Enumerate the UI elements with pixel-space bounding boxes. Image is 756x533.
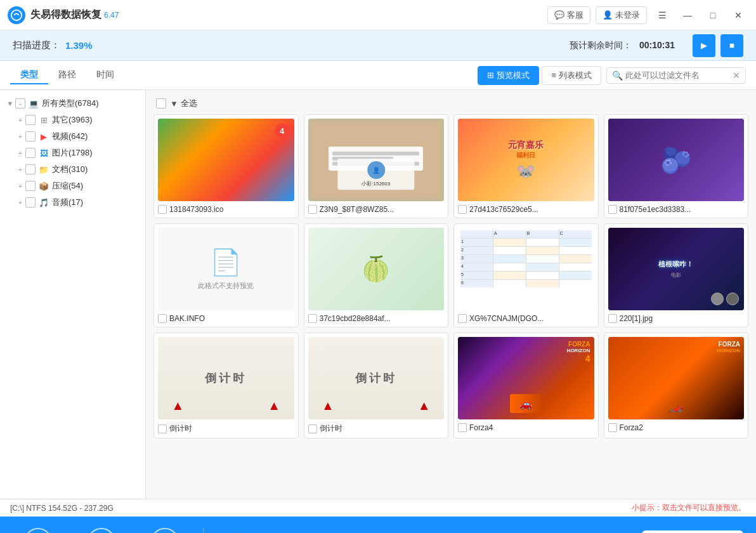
tree-item-image[interactable]: + 🖼 图片(1798) [0,145,145,161]
app-logo [8,6,25,24]
scan-bar: 扫描进度： 1.39% 预计剩余时间： 00:10:31 ▶ ■ [0,30,756,61]
file-name-row: 倒计时 [158,423,294,434]
status-hint: 小提示：双击文件可以直接预览。 [632,503,746,513]
tree-label-all: 所有类型(6784) [42,98,140,109]
tree-item-video[interactable]: + ▶ 视频(642) [0,128,145,145]
other-icon: ⊞ [38,115,49,125]
file-checkbox[interactable] [308,314,317,323]
chat-icon: 💬 [554,10,564,20]
app-title: 失易得数据恢复 [30,8,101,22]
select-all-label: 全选 [181,98,197,109]
file-checkbox[interactable] [458,314,467,323]
file-item[interactable]: 👤 小彩·152603 Z3N9_$8T@8WZ85... [304,114,449,218]
tree-item-doc[interactable]: + 📁 文档(310) [0,161,145,178]
status-bar: [C:\] NTFS 154.52G - 237.29G 小提示：双击文件可以直… [0,499,756,517]
stop-button[interactable]: ■ [720,34,743,57]
file-thumb: 🫐 [608,119,745,201]
tree-item-other[interactable]: + ⊞ 其它(3963) [0,112,145,128]
file-name-row: 倒计时 [308,423,445,434]
file-item[interactable]: FORZA HORIZON 🏎️ Forza2 [604,332,749,438]
filter-clear-icon[interactable]: ✕ [733,70,740,81]
play-button[interactable]: ▶ [693,34,715,57]
file-thumb: FORZA HORIZON 4 🚗 [458,337,594,419]
save-icon: 📤 [151,528,179,534]
tree-checkbox-other[interactable] [25,115,36,125]
mobile-recovery-button[interactable]: 📱 手机数据恢复 [13,528,63,534]
customer-service-button[interactable]: 💬 客服 [547,6,590,24]
list-mode-button[interactable]: ≡ 列表模式 [542,66,601,85]
file-item[interactable]: 植根嗦咋！ 电影 220[1].jpg [604,223,749,327]
badge: 4 [275,124,289,138]
file-checkbox[interactable] [458,205,467,214]
file-item[interactable]: 4 1318473093.ico [153,114,299,218]
file-item[interactable]: FORZA HORIZON 4 🚗 Forza4 [453,332,599,438]
archive-icon: 📦 [38,181,49,191]
file-name-row: Z3N9_$8T@8WZ85... [308,205,445,214]
minimize-button[interactable]: — [677,8,698,23]
mobile-icon: 📱 [24,528,52,534]
file-item[interactable]: 元宵嘉乐 福利日 🐭 27d413c76529ce5... [453,114,599,218]
file-name: Forza4 [469,423,493,432]
file-name-row: 37c19cbd28e884af... [308,314,445,323]
filter-box: 🔍 ✕ [606,67,746,84]
consult-button[interactable]: 👤 在线咨询 [76,528,127,534]
scan-label: 扫描进度： [13,39,60,51]
recover-button[interactable]: 恢 复 [642,530,743,533]
app-version: 6.47 [104,11,119,20]
home-button[interactable]: 🏠 首页 [203,528,254,534]
file-name: XG%7CNAJM(DGO... [469,314,544,323]
close-button[interactable]: ✕ [728,8,748,23]
tree-label-doc: 文档(310) [52,164,140,175]
file-checkbox[interactable] [158,424,167,433]
tree-item-all[interactable]: ▼ - 💻 所有类型(6784) [0,95,145,112]
file-item[interactable]: A B C 1 2 [453,223,599,327]
file-item[interactable]: 🫐 81f075e1ec3d3383... [604,114,749,218]
file-item[interactable]: 倒计时 ▲ ▲ 倒计时 [304,332,449,438]
file-checkbox[interactable] [458,423,467,432]
file-thumb: 植根嗦咋！ 电影 [608,228,745,310]
file-name: 27d413c76529ce5... [469,205,538,214]
consult-icon: 👤 [88,528,115,534]
tab-time[interactable]: 时间 [86,67,124,84]
maximize-button[interactable]: □ [703,8,723,23]
file-name-row: XG%7CNAJM(DGO... [458,314,594,323]
file-icon: 📄 [210,247,242,277]
tree-checkbox-audio[interactable] [25,197,36,207]
no-preview-label: 此格式不支持预览 [198,281,254,291]
login-button[interactable]: 👤 未登录 [596,6,647,24]
tree-checkbox-archive[interactable] [25,181,36,191]
preview-mode-button[interactable]: ⊞ 预览模式 [478,66,539,85]
save-scan-button[interactable]: 📤 保存扫描记录 [140,528,190,534]
image-icon: 🖼 [38,148,49,158]
file-item[interactable]: 🍈 37c19cbd28e884af... [304,223,449,327]
content-area[interactable]: ▼ 全选 4 1318473093.ico [146,90,756,499]
sidebar: ▼ - 💻 所有类型(6784) + ⊞ 其它(3963) + ▶ 视频(642… [0,90,146,499]
tree-item-archive[interactable]: + 📦 压缩(54) [0,178,145,194]
file-checkbox[interactable] [608,205,617,214]
file-checkbox[interactable] [608,423,617,432]
file-checkbox[interactable] [608,314,617,323]
tree-checkbox-video[interactable] [25,131,36,141]
file-name-row: 220[1].jpg [608,314,745,323]
tree-checkbox-doc[interactable] [25,164,36,174]
video-icon: ▶ [38,132,49,141]
bottom-bar: 📱 手机数据恢复 👤 在线咨询 📤 保存扫描记录 🏠 首页 已扫描到文件：678… [0,517,756,533]
file-checkbox[interactable] [158,205,167,214]
file-checkbox[interactable] [308,205,317,214]
tree-checkbox-all[interactable]: - [15,98,25,109]
menu-button[interactable]: ☰ [652,8,672,23]
tab-type[interactable]: 类型 [10,67,48,84]
file-name-row: 81f075e1ec3d3383... [608,205,745,214]
select-all-checkbox[interactable] [156,98,166,109]
file-checkbox[interactable] [158,314,167,323]
file-checkbox[interactable] [308,424,317,433]
file-thumb: 4 [158,119,294,201]
file-item[interactable]: 📄 此格式不支持预览 BAK.INFO [153,223,299,327]
file-thumb: 🍈 [308,228,445,310]
file-item[interactable]: 倒计时 ▲ ▲ 倒计时 [153,332,299,438]
title-bar: 失易得数据恢复 6.47 💬 客服 👤 未登录 ☰ — □ ✕ [0,0,756,30]
tab-path[interactable]: 路径 [48,67,86,84]
filter-input[interactable] [625,70,733,80]
tree-item-audio[interactable]: + 🎵 音频(17) [0,194,145,211]
tree-checkbox-image[interactable] [25,148,36,158]
